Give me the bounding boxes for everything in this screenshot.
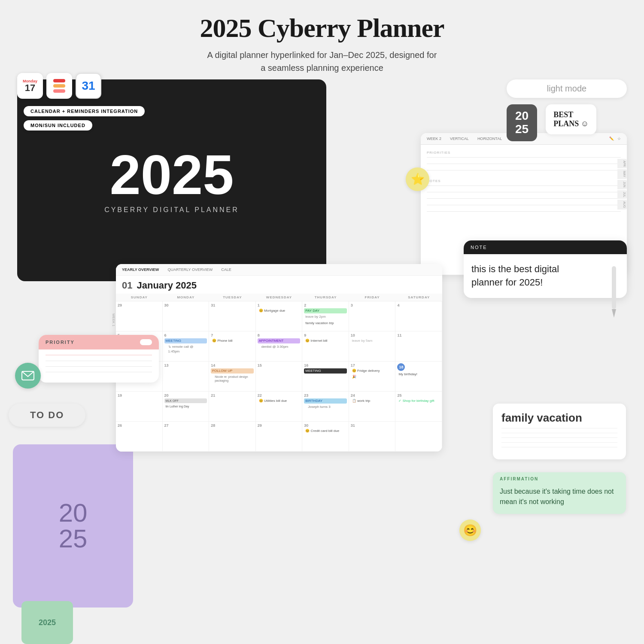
month-tab-jun[interactable]: JUN [617,180,627,189]
reminder-dot-red [53,79,65,82]
table-row: 14 FOLLOW UP Nicole re: product design p… [209,361,256,392]
app-icons-group: Monday 17 31 [17,73,101,99]
list-item: MLK OFF [164,398,207,403]
table-row: 17 😊 Fridge delivery 🎉 [349,361,396,392]
table-row: 16 MEETING [302,361,349,392]
list-item: 😊 Fridge delivery [351,368,394,374]
svg-marker-1 [612,309,616,318]
table-row: 9 😊 Internet bill [302,331,349,361]
affirmation-card: AFFIRMATION Just because it's taking tim… [493,472,626,514]
day-header-mon: MONDAY [163,294,210,301]
mail-icon-circle[interactable] [15,363,41,389]
tab-vertical[interactable]: VERTICAL [450,137,469,141]
list-item: 😊 Utilities bill due [258,398,301,404]
list-item: FOLLOW UP [211,368,254,374]
affirmation-header: AFFIRMATION [493,472,626,483]
tab-week2[interactable]: WEEK 2 [427,137,441,141]
nav-quarterly[interactable]: QUARTERLY OVERVIEW [167,267,213,272]
table-row: 31 [349,422,396,452]
table-row: 11 [395,331,442,361]
table-row: 27 [163,422,210,452]
list-item: 🎉 [351,374,394,380]
reminders-app-icon [46,73,72,99]
tab-horizontal[interactable]: HORIZONTAL [477,137,502,141]
list-item: Nicole re: product design packaging [213,374,254,383]
note-card-body: this is the best digital planner for 202… [464,254,627,298]
planner-priority-lines [427,157,621,170]
table-row: 29 [256,422,303,452]
table-row: 7 😊 Phone bill [209,331,256,361]
planner-subtitle: CYBERRY DIGITAL PLANNER [104,206,239,214]
nav-yearly[interactable]: YEARLY OVERVIEW [122,267,159,272]
month-tabs-right: APR MAY JUN JUL AUG [617,159,627,210]
table-row: 29 [116,301,163,331]
table-row: 30 😊 Credit card bill due [302,422,349,452]
day-header-sat: SATURDAY [395,294,442,301]
priority-toggle[interactable] [140,339,152,345]
day-header-tue: TUESDAY [209,294,256,301]
star-badge: ⭐ [406,167,429,191]
notes-label: NOTES [427,179,621,183]
list-item: tin Luther ing Day [164,404,207,409]
calendar-app-icon: Monday 17 [17,73,43,99]
month-tab-aug[interactable]: AUG [617,200,627,210]
todo-pill[interactable]: TO DO [9,404,85,427]
priority-lines [39,349,159,383]
cal-month-header: 01 January 2025 [116,276,442,294]
table-row: 31 [209,301,256,331]
planner-notes-lines [427,185,621,212]
family-vacation-title: family vacation [501,411,617,425]
week-label: WEEK 1 [112,313,115,326]
subtitle: A digital planner hyperlinked for Jan–De… [9,49,635,74]
list-item: dentist @ 3:30pm [260,344,301,349]
purple-planner-card: 20 25 [13,444,133,608]
family-lines [501,428,617,447]
light-mode-section: light mode 20 25 BESTPLANS ☺ [507,79,627,146]
page-header: 2025 Cyberry Planner A digital planner h… [0,0,644,79]
list-item: 😊 Credit card bill due [304,428,347,434]
list-item: Joseph turns 3 [307,404,347,410]
list-item: leave by 5am [351,338,394,343]
planner-year: 2025 [109,147,234,203]
list-item: PAY DAY [304,308,347,313]
priorities-label: PRIORITIES [427,151,621,155]
table-row: 22 😊 Utilities bill due [256,392,303,422]
list-item: 😊 Internet bill [304,338,347,343]
list-item: 😊 Mortgage due [258,308,301,313]
year-badge-dark: 20 25 [507,104,537,141]
month-tab-may[interactable]: MAY [617,169,627,179]
table-row: 30 [163,301,210,331]
day-header-sun: SUNDAY [116,294,163,301]
table-row: 15 [256,361,303,392]
green-mini-planner: 2025 [21,601,73,644]
stylus-icon [608,266,620,318]
table-row [395,422,442,452]
list-item: family vacation trip [304,321,347,326]
list-item: My birthday! [397,372,440,377]
main-title: 2025 Cyberry Planner [9,13,635,43]
table-row: 8 APPOINTMENT dentist @ 3:30pm [256,331,303,361]
month-tab-apr[interactable]: APR [617,159,627,168]
todo-section: TO DO [9,404,85,427]
badge-monsun: MON/SUN INCLUDED [24,120,92,131]
table-row: 28 [209,422,256,452]
family-vacation-card: family vacation [493,404,626,459]
nav-cale[interactable]: CALE [221,267,231,272]
list-item: MEETING [164,338,207,343]
reminder-dot-orange [53,84,65,88]
mail-icon [21,371,34,380]
table-row: 4 [395,301,442,331]
svg-rect-0 [612,266,616,309]
list-item: leave by 2pm [304,314,347,319]
month-tab-jul[interactable]: JUL [617,190,627,199]
table-row: 21 [209,392,256,422]
table-row: 13 [163,361,210,392]
purple-planner-year: 20 25 [59,500,88,552]
priority-header: PRIORITY [39,335,159,349]
cal-top-nav: YEARLY OVERVIEW QUARTERLY OVERVIEW CALE [116,264,442,276]
cal-month-name: January 2025 [137,280,196,291]
table-row: 18 My birthday! [395,361,442,392]
table-row: 24 📋 work trip [349,392,396,422]
light-mode-pill: light mode [507,79,627,98]
day-header-wed: WEDNESDAY [256,294,303,301]
